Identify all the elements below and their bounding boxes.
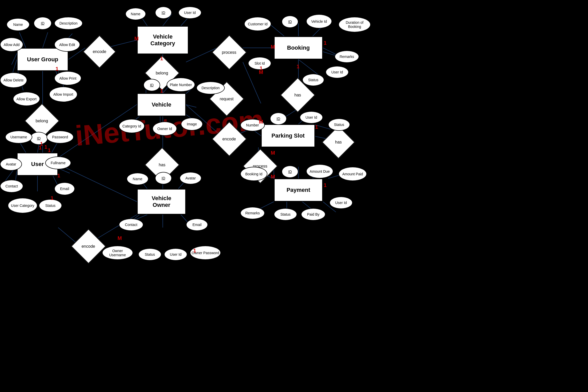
attr-vo-avatar: Avatar — [180, 172, 202, 184]
attr-vc-user-id: User Id — [178, 6, 202, 19]
entity-booking-label: Booking — [287, 44, 310, 51]
relation-has-ps-label: has — [335, 140, 342, 145]
attr-user-status: Status — [39, 199, 62, 212]
attr-user-email: Email — [54, 182, 75, 195]
entity-vehicle-owner-label: VehicleOwner — [152, 195, 171, 208]
entity-vehicle-label: Vehicle — [152, 101, 171, 108]
card-ps-process-M: M — [271, 150, 275, 156]
attr-ug-allow-import: Allow Import — [49, 87, 78, 102]
attr-user-contact: Contact — [0, 180, 23, 193]
relation-encode-ps-label: encode — [222, 137, 236, 141]
svg-line-72 — [58, 164, 137, 202]
attr-vc-id: ID — [155, 6, 172, 19]
svg-line-3 — [43, 32, 48, 48]
attr-pay-remarks: Remarks — [240, 207, 265, 219]
card-user-1b: 1 — [57, 173, 60, 179]
attr-ug-name: Name — [6, 18, 30, 31]
entity-vehicle: Vehicle — [137, 93, 186, 116]
entity-vehicle-category-label: VehicleCategory — [150, 33, 175, 47]
attr-ug-id: ID — [34, 17, 52, 30]
erd-diagram: User Group User VehicleCategory Vehicle … — [0, 0, 588, 392]
card-belong-user-1b: 1 — [40, 141, 43, 147]
card-vo-encode-1: 1 — [193, 248, 196, 254]
card-vc-encode-M: M — [134, 36, 139, 42]
attr-pay-id: ID — [282, 165, 298, 178]
attr-v-id: ID — [143, 79, 160, 91]
entity-user-group: User Group — [17, 48, 68, 71]
attr-ps-id: ID — [270, 112, 287, 125]
svg-line-50 — [186, 48, 217, 62]
relation-belong-vc-label: belong — [156, 71, 168, 75]
attr-vc-name: Name — [125, 8, 146, 20]
entity-vehicle-owner: VehicleOwner — [137, 189, 186, 215]
attr-ug-allow-print: Allow Print — [54, 71, 81, 85]
card-ug-belong-1: 1 — [56, 66, 58, 72]
attr-user-username: Username — [5, 131, 32, 144]
relation-has-booking-label: has — [295, 93, 301, 97]
card-ps-encode-M: M — [259, 119, 263, 125]
attr-vo-user-id: User Id — [164, 248, 187, 261]
entity-parking-slot-label: Parking Slot — [272, 132, 305, 139]
attr-b-customer-id: Customer Id — [244, 17, 271, 31]
attr-pay-booking-id: Booking Id — [240, 167, 267, 181]
card-vo-encode-M: M — [118, 235, 122, 241]
entity-payment-label: Payment — [287, 187, 310, 193]
relation-belong-ug-label: belong — [36, 118, 48, 123]
attr-ps-status: Status — [328, 118, 350, 131]
attr-user-fullname: Fullname — [45, 156, 71, 169]
relation-process-label: process — [222, 50, 236, 55]
attr-v-owner-id: Owner Id — [152, 122, 177, 136]
card-user-1a: 1 — [51, 195, 53, 201]
attr-b-id: ID — [282, 16, 298, 28]
relation-encode-ug-label: encode — [93, 49, 106, 54]
card-ps-has-1: 1 — [315, 124, 318, 130]
relation-request-label: request — [220, 97, 234, 101]
entity-user-label: User — [31, 161, 44, 168]
attr-user-id: ID — [30, 132, 48, 145]
attr-ug-allow-delete: Allow Delete — [0, 72, 27, 88]
attr-v-category-id: Category Id — [119, 119, 145, 133]
attr-user-category: User Category — [8, 198, 37, 213]
attr-ug-allow-add: Allow Add — [0, 37, 23, 52]
card-vc-belong-M: 1 — [160, 88, 163, 94]
attr-ps-user-id: User Id — [300, 111, 323, 124]
attr-v-image: Image — [181, 118, 203, 131]
entity-vehicle-category: VehicleCategory — [137, 26, 189, 54]
attr-v-plate-number: Plate Number — [167, 78, 195, 92]
attr-vo-contact: Contact — [119, 218, 143, 231]
attr-pay-amount-paid: Amount Paid — [338, 167, 367, 181]
attr-pay-user-id: User Id — [329, 197, 353, 209]
card-belong-user-1d: 1 — [48, 147, 51, 153]
entity-parking-slot: Parking Slot — [261, 124, 315, 147]
attr-b-vehicle-id: Vehicle Id — [306, 14, 332, 28]
attr-pay-status: Status — [274, 208, 297, 221]
attr-user-password: Password — [47, 131, 74, 144]
card-pay-right-1: 1 — [324, 182, 327, 188]
card-booking-has-1: 1 — [297, 64, 299, 70]
attr-pay-amount-due: Amount Due — [306, 164, 333, 178]
attr-b-status: Status — [302, 74, 324, 86]
relation-has-vo-label: has — [159, 162, 166, 167]
attr-ug-description: Description — [54, 17, 83, 30]
attr-pay-paid-by: Paid By — [301, 208, 326, 221]
attr-user-avatar: Avatar — [0, 158, 22, 171]
entity-booking: Booking — [274, 36, 323, 59]
attr-ug-allow-export: Allow Export — [13, 92, 40, 106]
svg-line-54 — [298, 59, 320, 76]
card-vc-belong-1: 1 — [160, 56, 163, 62]
svg-line-47 — [323, 48, 336, 54]
card-belong-user-1c: 1 — [44, 144, 47, 150]
card-pay-process-M: M — [271, 174, 275, 180]
attr-v-description: Description — [196, 81, 225, 94]
relation-encode-vo-label: encode — [82, 244, 95, 249]
attr-vo-email: Email — [186, 218, 208, 231]
attr-vo-owner-username: Owner Username — [102, 246, 133, 260]
attr-vo-name: Name — [127, 173, 149, 185]
attr-b-duration: Duration of Booking — [338, 17, 371, 32]
card-booking-right-1: 1 — [324, 40, 327, 46]
attr-b-remarks: Remarks — [335, 50, 359, 63]
entity-user-group-label: User Group — [27, 56, 58, 63]
card-booking-M: M — [259, 69, 263, 75]
attr-vo-id: ID — [155, 172, 172, 184]
entity-payment: Payment — [274, 178, 323, 202]
